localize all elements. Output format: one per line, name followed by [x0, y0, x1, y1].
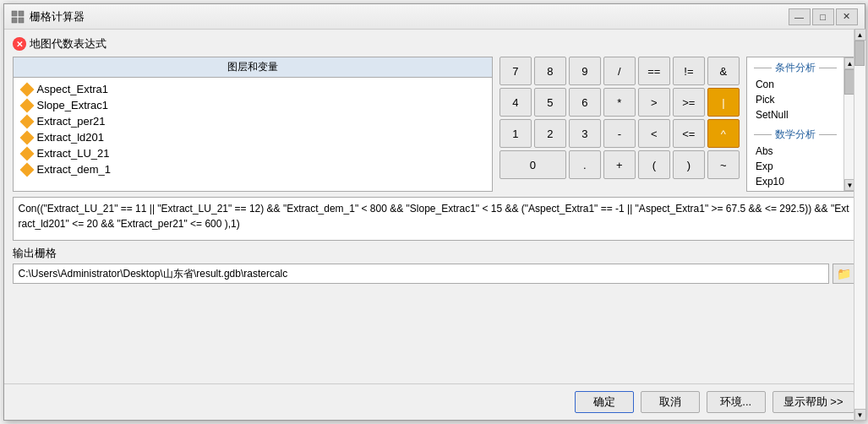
layers-panel: 图层和变量 Aspect_Extra1Slope_Extrac1Extract_… — [13, 57, 493, 192]
calc-btn-4[interactable]: 4 — [500, 88, 532, 117]
layer-item-label: Slope_Extrac1 — [37, 99, 109, 111]
calc-btn-6[interactable]: 6 — [569, 88, 601, 117]
calc-btn-__[interactable]: != — [673, 57, 705, 85]
output-section: 输出栅格 📁 — [13, 246, 856, 284]
env-button[interactable]: 环境... — [707, 391, 766, 413]
ok-button[interactable]: 确定 — [575, 391, 634, 413]
func-item[interactable]: Abs — [747, 144, 843, 159]
output-label: 输出栅格 — [13, 246, 856, 261]
calc-btn-_[interactable]: - — [603, 119, 636, 148]
window-title: 栅格计算器 — [30, 9, 789, 24]
folder-browse-button[interactable]: 📁 — [833, 264, 856, 284]
win-scroll-track — [854, 41, 865, 409]
diamond-icon — [19, 98, 34, 112]
window-scrollbar[interactable]: ▲ ▼ — [854, 29, 865, 421]
help-button[interactable]: 显示帮助 >> — [772, 391, 854, 413]
layer-item-label: Extract_ld201 — [37, 131, 105, 144]
calc-btn-__[interactable]: <= — [673, 119, 705, 148]
calc-btn-_[interactable]: & — [707, 57, 740, 85]
output-path-input[interactable] — [13, 264, 829, 284]
cancel-button[interactable]: 取消 — [641, 391, 700, 413]
functions-inner: 条件分析 ConPickSetNull数学分析 AbsExpExp10 ▲ ▼ — [747, 57, 855, 191]
expression-area[interactable]: Con(("Extract_LU_21" == 11 || "Extract_L… — [13, 197, 856, 241]
calc-btn-3[interactable]: 3 — [569, 119, 601, 148]
title-bar: 栅格计算器 — □ ✕ — [4, 4, 865, 30]
calc-btn-_[interactable]: < — [638, 119, 670, 148]
calc-btn-_[interactable]: ( — [638, 150, 670, 179]
calc-btn-_[interactable]: ~ — [707, 150, 740, 179]
calculator-panel: 789/==!=&456*>>=|123-<<=^0.+()~ — [500, 57, 740, 192]
layer-item[interactable]: Extract_LU_21 — [19, 145, 487, 161]
layer-item-label: Extract_dem_1 — [37, 163, 111, 176]
calc-btn-0[interactable]: 0 — [500, 150, 566, 179]
error-icon: ✕ — [13, 37, 26, 51]
svg-rect-0 — [12, 11, 17, 16]
calc-btn-_[interactable]: ) — [673, 150, 705, 179]
win-scroll-down[interactable]: ▼ — [854, 409, 866, 421]
title-controls: — □ ✕ — [789, 8, 858, 25]
diamond-icon — [19, 146, 34, 160]
output-row: 📁 — [13, 264, 856, 284]
svg-rect-3 — [19, 18, 24, 23]
svg-rect-1 — [19, 11, 24, 16]
bottom-bar: 确定 取消 环境... 显示帮助 >> — [4, 383, 865, 420]
layer-item[interactable]: Extract_ld201 — [19, 129, 487, 145]
main-area: 图层和变量 Aspect_Extra1Slope_Extrac1Extract_… — [13, 57, 856, 192]
layer-item-label: Aspect_Extra1 — [37, 83, 109, 95]
func-item[interactable]: Exp — [747, 159, 843, 174]
layers-list[interactable]: Aspect_Extra1Slope_Extrac1Extract_per21E… — [14, 78, 492, 191]
layer-item[interactable]: Slope_Extrac1 — [19, 97, 487, 113]
layer-item[interactable]: Aspect_Extra1 — [19, 81, 487, 97]
diamond-icon — [19, 162, 34, 177]
calc-btn-8[interactable]: 8 — [534, 57, 566, 85]
win-scroll-up[interactable]: ▲ — [854, 29, 866, 41]
func-item[interactable]: SetNull — [747, 107, 843, 122]
calc-btn-9[interactable]: 9 — [569, 57, 601, 85]
calc-btn-1[interactable]: 1 — [500, 119, 532, 148]
close-button[interactable]: ✕ — [836, 8, 858, 25]
win-scroll-thumb[interactable] — [854, 41, 865, 66]
diamond-icon — [19, 82, 34, 96]
section-header: ✕ 地图代数表达式 — [13, 36, 856, 52]
layer-item[interactable]: Extract_per21 — [19, 113, 487, 129]
functions-scroll[interactable]: 条件分析 ConPickSetNull数学分析 AbsExpExp10 — [747, 57, 843, 191]
folder-icon: 📁 — [837, 267, 851, 280]
layer-item-label: Extract_LU_21 — [37, 147, 110, 160]
functions-panel: 条件分析 ConPickSetNull数学分析 AbsExpExp10 ▲ ▼ — [746, 57, 856, 192]
section-title: 地图代数表达式 — [30, 36, 106, 52]
func-item[interactable]: Exp10 — [747, 174, 843, 189]
window-icon — [11, 10, 25, 24]
func-item[interactable]: Pick — [747, 92, 843, 107]
diamond-icon — [19, 130, 34, 144]
calc-grid: 789/==!=&456*>>=|123-<<=^0.+()~ — [500, 57, 740, 179]
maximize-button[interactable]: □ — [812, 8, 834, 25]
calc-btn-_[interactable]: * — [603, 88, 636, 117]
layer-item[interactable]: Extract_dem_1 — [19, 161, 487, 177]
calc-btn-_[interactable]: ^ — [707, 119, 740, 148]
diamond-icon — [19, 114, 34, 128]
calc-btn-__[interactable]: == — [638, 57, 670, 85]
calc-btn-_[interactable]: > — [638, 88, 670, 117]
math-section-title: 数学分析 — [747, 126, 843, 144]
calc-btn-__[interactable]: >= — [673, 88, 705, 117]
main-content: ✕ 地图代数表达式 图层和变量 Aspect_Extra1Slope_Extra… — [4, 30, 865, 383]
calc-btn-_[interactable]: | — [707, 88, 740, 117]
conditional-section-title: 条件分析 — [747, 59, 843, 77]
calc-btn-5[interactable]: 5 — [534, 88, 566, 117]
svg-rect-2 — [12, 18, 17, 23]
minimize-button[interactable]: — — [789, 8, 811, 25]
layers-title: 图层和变量 — [14, 57, 492, 78]
calc-btn-2[interactable]: 2 — [534, 119, 566, 148]
calc-btn-_[interactable]: . — [569, 150, 601, 179]
calc-btn-7[interactable]: 7 — [500, 57, 532, 85]
calc-btn-_[interactable]: / — [603, 57, 636, 85]
calc-btn-_[interactable]: + — [603, 150, 636, 179]
func-item[interactable]: Con — [747, 77, 843, 92]
layer-item-label: Extract_per21 — [37, 115, 106, 128]
